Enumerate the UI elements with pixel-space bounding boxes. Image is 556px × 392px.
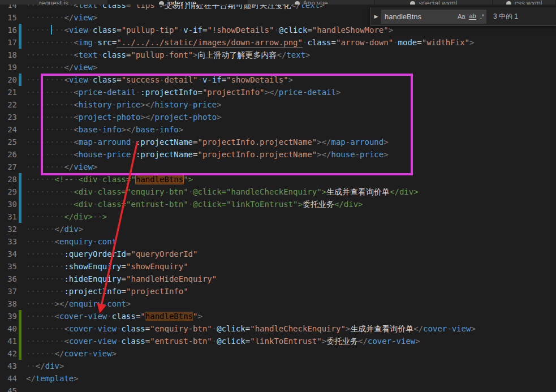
code-line-44[interactable]: 44</template>	[0, 372, 556, 385]
text-caret	[51, 25, 52, 35]
line-number: 16	[0, 24, 17, 36]
gutter-change-bar	[19, 173, 21, 186]
line-number: 15	[0, 11, 17, 24]
gutter-change-bar	[19, 347, 21, 360]
line-number: 39	[0, 310, 17, 322]
file-icon	[295, 1, 300, 5]
code-text: ······</cover-view>	[26, 347, 117, 360]
code-line-36[interactable]: 36········:hideEnquiry="handleHideEnquir…	[0, 273, 556, 285]
code-line-34[interactable]: 34········:queryOrderId="queryOrderId"	[0, 248, 556, 260]
gutter-change-bar	[19, 74, 21, 86]
code-text: ········</view>	[26, 61, 97, 74]
code-line-18[interactable]: 18··········<text·class="pullup-font">向上…	[0, 49, 556, 61]
code-text: ··········<text·class="pullup-font">向上滑动…	[26, 49, 311, 61]
line-number: 17	[0, 36, 17, 49]
line-number: 45	[0, 385, 17, 392]
find-results-count: 3 中的 1	[493, 12, 518, 21]
code-line-42[interactable]: 42······</cover-view>	[0, 347, 556, 360]
line-number: 38	[0, 298, 17, 310]
tab-label: request.js	[39, 0, 68, 5]
tab-App.vue[interactable]: App.vue	[248, 0, 375, 5]
code-text: ········:showEnquiry="showEnquiry"	[26, 260, 188, 273]
file-icon	[159, 1, 164, 5]
code-text: ········<cover-view·class="enquiry-btn"·…	[26, 322, 476, 335]
code-line-35[interactable]: 35········:showEnquiry="showEnquiry"	[0, 260, 556, 273]
line-number: 27	[0, 161, 17, 173]
gutter-change-bar	[19, 186, 21, 198]
line-number: 28	[0, 173, 17, 186]
code-line-19[interactable]: 19········</view>	[0, 61, 556, 74]
gutter-change-bar	[19, 210, 21, 223]
line-number: 29	[0, 186, 17, 198]
find-expand-chevron-icon[interactable]: ▶	[371, 14, 381, 19]
code-text: ··········<div·class="enquiry-btn"·@clic…	[26, 186, 419, 198]
code-line-33[interactable]: 33······<enquiry-cont	[0, 235, 556, 248]
line-number: 40	[0, 322, 17, 335]
tab-request.js[interactable]: request.js	[0, 0, 108, 5]
match-case-icon[interactable]: Aa	[458, 14, 465, 20]
code-line-40[interactable]: 40········<cover-view·class="enquiry-btn…	[0, 322, 556, 335]
code-text: ········<view·class="pullup-tip"·v-if="!…	[26, 24, 393, 36]
code-text: ······<enquiry-cont	[26, 235, 117, 248]
tab-css.wxml[interactable]: css.wxml	[493, 0, 556, 5]
code-text: ······</div>	[26, 223, 83, 235]
line-number: 30	[0, 198, 17, 210]
line-number: 31	[0, 210, 17, 223]
find-options: Aa ab .*	[458, 10, 484, 24]
code-text: ······<cover-view·class="handleBtns">	[26, 310, 202, 322]
code-text: ··········<img·src="../../../static/imag…	[26, 36, 474, 49]
code-line-29[interactable]: 29··········<div·class="enquiry-btn"·@cl…	[0, 186, 556, 198]
line-number: 35	[0, 260, 17, 273]
tab-label: special.wxml	[419, 0, 457, 5]
line-number: 20	[0, 74, 17, 86]
code-text: ········</div>-->	[26, 210, 107, 223]
code-line-39[interactable]: 39······<cover-view·class="handleBtns">	[0, 310, 556, 322]
code-line-37[interactable]: 37········:projectInfo="projectInfo"	[0, 285, 556, 298]
whole-word-icon[interactable]: ab	[469, 13, 476, 20]
code-line-38[interactable]: 38······></enquiry-cont>	[0, 298, 556, 310]
code-text: ········:queryOrderId="queryOrderId"	[26, 248, 197, 260]
gutter-change-bar	[19, 335, 21, 347]
line-number: 43	[0, 360, 17, 372]
line-number: 19	[0, 61, 17, 74]
line-number: 24	[0, 123, 17, 136]
line-number: 34	[0, 248, 17, 260]
line-number: 18	[0, 49, 17, 61]
code-editor[interactable]: 14··········<text·class="tips">交易行情处在平台期…	[0, 0, 556, 392]
gutter-change-bar	[19, 322, 21, 335]
code-line-17[interactable]: 17··········<img·src="../../../static/im…	[0, 36, 556, 49]
code-text: </template>	[26, 372, 79, 385]
line-number: 33	[0, 235, 17, 248]
code-text: ··</div>	[26, 360, 64, 372]
gutter-change-bar	[19, 24, 21, 36]
tab-bar: request.jsindex.vueApp.vuespecial.wxmlcs…	[0, 0, 556, 5]
regex-icon[interactable]: .*	[480, 14, 484, 20]
gutter-change-bar	[19, 36, 21, 49]
gutter-change-bar	[19, 198, 21, 210]
code-line-30[interactable]: 30··········<div·class="entrust-btn"·@cl…	[0, 198, 556, 210]
code-text: ········:projectInfo="projectInfo"	[26, 285, 188, 298]
line-number: 42	[0, 347, 17, 360]
code-line-31[interactable]: 31········</div>-->	[0, 210, 556, 223]
pink-annotation-box	[41, 74, 413, 175]
code-line-43[interactable]: 43··</div>	[0, 360, 556, 372]
code-text: ········:hideEnquiry="handleHideEnquiry"	[26, 273, 217, 285]
find-widget: ▶ Aa ab .* 3 中的 1	[370, 7, 556, 26]
tab-special.wxml[interactable]: special.wxml	[375, 0, 493, 5]
code-line-41[interactable]: 41········<cover-view·class="entrust-btn…	[0, 335, 556, 347]
line-number: 22	[0, 98, 17, 111]
code-line-32[interactable]: 32······</div>	[0, 223, 556, 235]
code-text: ········</view>	[26, 11, 97, 24]
line-number: 23	[0, 111, 17, 123]
line-number: 25	[0, 136, 17, 148]
tab-label: css.wxml	[515, 0, 542, 5]
code-text: ······></enquiry-cont>	[26, 298, 131, 310]
file-icon	[410, 1, 415, 5]
tab-index.vue[interactable]: index.vue	[108, 0, 248, 5]
file-icon	[506, 1, 511, 5]
vscode-window: 14··········<text·class="tips">交易行情处在平台期…	[0, 0, 556, 392]
line-number: 37	[0, 285, 17, 298]
line-number: 26	[0, 148, 17, 161]
gutter-change-bar	[19, 310, 21, 322]
code-line-45[interactable]: 45	[0, 385, 556, 392]
